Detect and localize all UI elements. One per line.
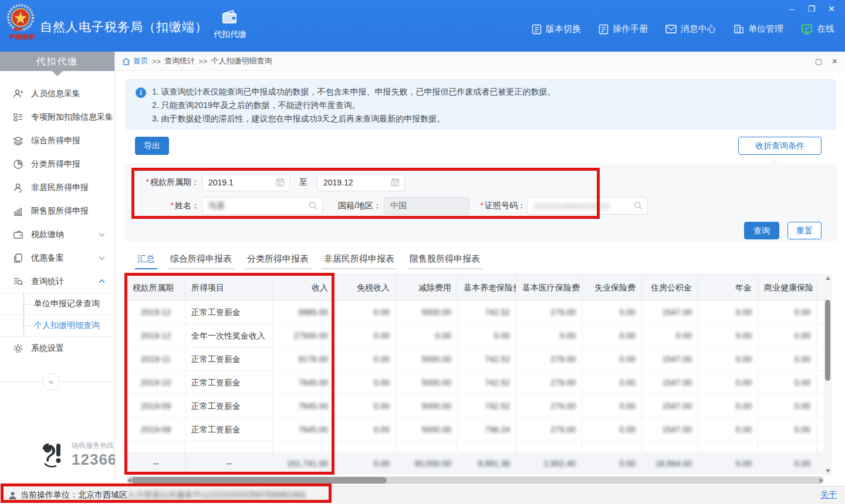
column-header[interactable]: 减除费用 [396,275,458,300]
column-header[interactable]: 年金 [698,275,758,300]
scroll-left-arrow-icon[interactable] [128,478,131,483]
menu-online-status[interactable]: 在线 [801,23,834,35]
close-button[interactable]: ✕ [824,2,839,15]
period-to-input[interactable]: 2019.12 [317,174,405,191]
tab-nonresident[interactable]: 非居民所得申报表 [322,250,397,269]
table-cell: 5000.00 [396,371,458,394]
person-icon [13,182,23,193]
table-row[interactable]: 2019-09正常工资薪金7645.000.005000.00742.52279… [127,394,824,418]
table-cell: 2019-11 [127,347,185,371]
search-icon[interactable] [634,201,643,211]
query-button[interactable]: 查询 [744,222,779,239]
sidebar-item-query-statistics[interactable]: 查询统计 [0,270,114,293]
sidebar-item-nonresident-income[interactable]: 非居民所得申报 [0,176,114,199]
search-icon[interactable] [309,201,318,211]
breadcrumb-separator: >> [198,57,207,66]
tab-comprehensive[interactable]: 综合所得申报表 [168,250,234,269]
column-header[interactable]: 税 [817,275,824,300]
menu-version-switch[interactable]: 版本切换 [532,23,581,35]
brand-subtitle: 中国税务 [6,33,38,41]
reset-button[interactable]: 重置 [787,222,822,239]
column-header[interactable]: 所得项目 [185,275,273,300]
column-header[interactable]: 商业健康保险 [758,275,817,300]
table-row[interactable]: 2019-10正常工资薪金7645.000.005000.00742.52279… [127,371,824,394]
menu-message-center[interactable]: 消息中心 [665,23,716,35]
sidebar-item-label: 查询统计 [31,276,64,287]
table-row[interactable]: 2019-11正常工资薪金9178.000.005000.00742.52279… [127,347,824,371]
vertical-scrollbar[interactable] [824,274,832,475]
tab-classified[interactable]: 分类所得申报表 [245,250,311,269]
vertical-scroll-thumb[interactable] [825,300,830,381]
id-number-input[interactable]: 110102199304220029 [527,197,648,215]
restore-button[interactable]: ❐ [804,2,819,15]
table-cell: 1547.00 [642,371,698,394]
sidebar-item-label: 专项附加扣除信息采集 [31,112,113,123]
sidebar-collapse-button[interactable]: « [42,373,60,391]
scroll-right-arrow-icon[interactable] [820,478,823,483]
sidebar-item-tax-payment[interactable]: 税款缴纳 [0,223,114,246]
notice-line: 3. 由于数据处理的滞后性，建议您在申报成功3天之后再来查询最新的申报数据。 [152,112,826,126]
calendar-icon[interactable] [391,178,400,187]
panel-close-icon[interactable]: ✕ [832,57,838,66]
table-row[interactable]: 2019-12正常工资薪金9985.000.005000.00742.52279… [127,300,824,324]
table-cell: 279.00 [516,300,582,324]
sidebar-item-comprehensive-income[interactable]: 综合所得申报 [0,129,114,153]
sidebar-collapse-row: « [0,373,114,391]
sidebar-item-preferential-filing[interactable]: 优惠备案 [0,246,114,270]
sidebar-item-special-deduction[interactable]: 专项附加扣除信息采集 [0,106,114,129]
sidebar-item-system-settings[interactable]: 系统设置 [0,337,114,360]
horizontal-scroll-thumb[interactable] [131,477,387,483]
breadcrumb-separator: >> [152,57,161,66]
table-cell: 18,564.00 [642,452,698,475]
column-header[interactable]: 基本医疗保险费 [516,275,582,300]
column-header[interactable]: 免税收入 [334,275,396,300]
user-icon [8,491,17,500]
scroll-down-arrow-icon[interactable] [826,469,830,473]
tab-restricted-stock[interactable]: 限售股所得申报表 [407,250,482,269]
column-header[interactable]: 基本养老保险费 [458,275,516,300]
collapse-conditions-button[interactable]: 收折查询条件 [738,137,822,155]
table-cell [817,394,824,418]
sidebar-item-classified-income[interactable]: 分类所得申报 [0,153,114,176]
table-row[interactable]: 2019-12全年一次性奖金收入27500.000.000.000.000.00… [127,324,824,347]
header-tab-daikou[interactable]: 代扣代缴 [204,9,256,47]
table-cell: 60,000.00 [396,452,458,475]
sidebar-subitem-unit-declare-query[interactable]: 单位申报记录查询 [0,293,114,315]
column-header[interactable]: 收入 [273,275,334,300]
menu-unit-management[interactable]: 单位管理 [734,23,783,35]
table-cell: 7645.00 [273,371,334,394]
result-tabs: 汇总 综合所得申报表 分类所得申报表 非居民所得申报表 限售股所得申报表 [135,250,482,269]
about-link[interactable]: 关于 [820,490,837,500]
scroll-up-arrow-icon[interactable] [826,276,830,280]
current-unit-prefix: 当前操作单位： [21,490,78,500]
horizontal-scrollbar[interactable] [127,476,824,484]
table-row-summary[interactable]: ----161,741.000.0060,000.008,991.362,902… [127,452,824,475]
sidebar-item-restricted-stock[interactable]: 限售股所得申报 [0,199,114,223]
sidebar-item-personnel-info[interactable]: 人员信息采集 [0,82,114,106]
table-cell: 0.00 [334,418,396,441]
nationality-value: 中国 [390,201,407,211]
menu-manual[interactable]: 操作手册 [599,23,648,35]
panel-maximize-icon[interactable]: ▢ [815,57,822,66]
info-icon: i [136,87,146,98]
column-header[interactable]: 住房公积金 [642,275,698,300]
column-header[interactable]: 失业保险费 [582,275,642,300]
name-input[interactable]: 马某 [202,197,323,215]
breadcrumb-home-link[interactable]: 首页 [122,56,148,66]
column-header[interactable]: 税款所属期 [127,275,185,300]
id-label: *证照号码： [469,201,526,211]
export-button[interactable]: 导出 [135,137,169,155]
table-cell: 正常工资薪金 [185,418,273,441]
panel-controls: ▢ ✕ [815,57,838,66]
table-cell: -- [185,452,273,475]
minimize-button[interactable]: – [784,2,799,15]
wallet-icon [13,229,23,240]
calendar-icon[interactable] [276,178,285,187]
table-cell: 0.00 [758,347,817,371]
table-row-clipped[interactable]: .. [127,441,824,452]
sidebar-subitem-personal-withholding-query[interactable]: 个人扣缴明细查询 [0,315,114,337]
table-row[interactable]: 2019-08正常工资薪金7645.000.005000.00798.24279… [127,418,824,441]
gear-icon [13,343,23,354]
period-from-input[interactable]: 2019.1 [202,174,290,191]
tab-summary[interactable]: 汇总 [135,250,157,269]
